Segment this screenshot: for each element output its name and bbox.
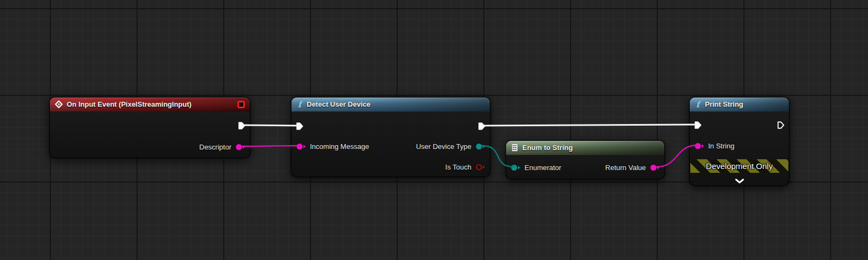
node-detect-user-device[interactable]: fDetect User DeviceIncoming MessageUser … (291, 97, 490, 177)
pin-in-string[interactable]: In String (694, 142, 734, 150)
pin-exec-in[interactable] (694, 121, 705, 129)
node-title: On Input Event (PixelStreamingInput) (67, 100, 191, 108)
blueprint-graph-canvas[interactable]: On Input Event (PixelStreamingInput)Desc… (0, 0, 868, 260)
pin-exec-out[interactable] (773, 121, 785, 129)
svg-text:f: f (298, 100, 303, 109)
node-enum-to-string[interactable]: Enum to StringEnumeratorReturn Value (506, 140, 665, 179)
node-title: Print String (705, 100, 743, 108)
node-title: Enum to String (522, 144, 573, 152)
node-header-print-string[interactable]: fPrint String (690, 98, 789, 112)
exec-pin-icon (777, 121, 785, 129)
data-pin-icon (235, 143, 245, 151)
data-pin-icon (510, 164, 521, 171)
input-event-box-icon (237, 101, 245, 108)
node-header-detect-user-device[interactable]: fDetect User Device (292, 98, 490, 112)
data-pin-icon (694, 142, 704, 150)
node-title: Detect User Device (307, 100, 371, 108)
pin-descriptor[interactable]: Descriptor (199, 143, 245, 151)
enum-list-icon (511, 144, 519, 152)
node-header-on-input-event[interactable]: On Input Event (PixelStreamingInput) (50, 98, 250, 112)
data-pin-icon (650, 164, 660, 171)
pin-return-value[interactable]: Return Value (605, 164, 660, 172)
pin-incoming-message[interactable]: Incoming Message (296, 142, 369, 151)
wire-exec-2[interactable] (482, 125, 697, 126)
function-icon: f (695, 100, 701, 109)
exec-pin-icon (694, 121, 702, 129)
pin-is-touch[interactable]: Is Touch (445, 163, 485, 171)
exec-pin-icon (296, 122, 303, 131)
data-pin-icon (296, 142, 306, 150)
pin-exec-out[interactable] (474, 122, 485, 131)
chevron-down-icon[interactable] (690, 179, 789, 184)
pin-exec-in[interactable] (296, 122, 307, 131)
node-print-string[interactable]: fPrint StringIn StringDevelopment Only (689, 97, 789, 186)
development-only-banner: Development Only (690, 159, 788, 173)
exec-pin-icon (478, 122, 485, 131)
pin-user-device-type[interactable]: User Device Type (416, 142, 485, 151)
svg-text:f: f (696, 100, 701, 109)
data-pin-icon (475, 163, 485, 171)
data-pin-icon (475, 142, 485, 150)
pin-enumerator[interactable]: Enumerator (510, 164, 561, 172)
pin-exec-out[interactable] (234, 122, 245, 130)
node-on-input-event[interactable]: On Input Event (PixelStreamingInput)Desc… (49, 97, 250, 158)
function-icon: f (296, 100, 303, 109)
event-diamond-icon (55, 100, 63, 108)
node-header-enum-to-string[interactable]: Enum to String (506, 141, 664, 155)
exec-pin-icon (238, 122, 245, 130)
